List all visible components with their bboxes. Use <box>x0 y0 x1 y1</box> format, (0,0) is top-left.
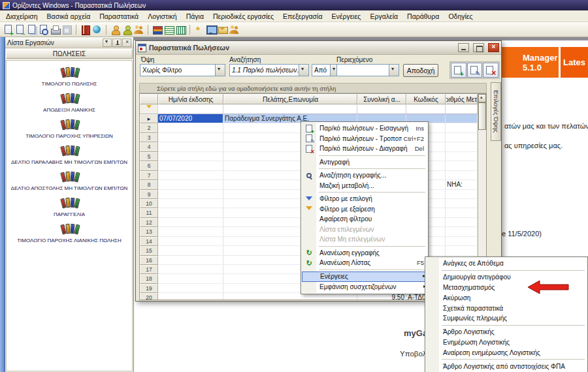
chevron-down-icon[interactable] <box>215 65 225 76</box>
view-options-tab[interactable]: Επιλογές Όψης <box>491 82 501 141</box>
header-total[interactable]: Συνολική α... <box>357 94 406 104</box>
cell-issue-date <box>158 190 223 199</box>
chevron-down-icon[interactable] <box>103 39 112 47</box>
scroll-thumb[interactable] <box>478 102 486 130</box>
search-field-select[interactable]: 1.1 Παρ/κό πωλήσεων.% Εκπ <box>229 64 309 76</box>
filter-cell[interactable] <box>406 104 446 114</box>
menu-periodic-tasks[interactable]: Περιοδικές εργασίες <box>208 11 278 22</box>
people-icon[interactable] <box>133 24 144 35</box>
printer-icon[interactable] <box>50 24 61 35</box>
header-client[interactable]: Πελάτης,Επωνυμία <box>223 94 357 104</box>
context-item-remove-filter[interactable]: Αφαίρεση φίλτρου <box>302 214 427 225</box>
menu-actions[interactable]: Ενέργειες <box>327 11 365 22</box>
close-icon[interactable] <box>122 39 131 47</box>
context-item-actions[interactable]: Ενέργειες <box>302 271 427 283</box>
content-input[interactable] <box>336 64 399 76</box>
person-icon[interactable] <box>110 24 121 35</box>
context-item-refresh-record[interactable]: Ανανέωση εγγραφής <box>302 248 427 258</box>
close-button[interactable] <box>488 43 499 52</box>
header-issue-date[interactable]: Ημ/νία έκδοσης <box>158 94 223 104</box>
menu-windows[interactable]: Παράθυρα <box>402 11 444 22</box>
insert-record-button[interactable] <box>451 63 466 78</box>
sidebar-item-delivery-note[interactable]: ΔΕΛΤΙΟ ΑΠΟΣΤΟΛΗΣ ΜΗ ΤΙΜΟΛ/ΓΩΝ ΕΜΠ/ΤΩΝ <box>7 167 132 193</box>
context-item-mass-change[interactable]: Μαζική μεταβολή... <box>302 181 427 191</box>
doc-search-icon[interactable] <box>38 24 49 35</box>
sidebar-item-retail-service-invoice[interactable]: ΤΙΜΟΛΟΓΙΟ ΠΑΡΟΧΗΣ ΛΙΑΝΙΚΗΣ ΠΩΛΗΣΗ <box>7 219 132 245</box>
menu-edit[interactable]: Επεξεργασία <box>278 11 327 22</box>
context-item-filter-excluding[interactable]: Φίλτρο με εξαίρεση <box>302 204 427 215</box>
sidebar-item-service-invoice[interactable]: ΤΙΜΟΛΟΓΙΟ ΠΑΡΟΧΗΣ ΥΠΗΡΕΣΙΩΝ <box>7 115 132 141</box>
groupby-bar[interactable]: Σύρετε μία στήλη εδώ για να ομαδοποιήσετ… <box>139 83 487 93</box>
cell-issue-date <box>158 142 223 151</box>
monitor-icon[interactable] <box>205 24 216 35</box>
filter-icon <box>306 196 312 204</box>
view-filter-select[interactable]: Χωρίς Φίλτρο <box>140 64 225 76</box>
submenu-item-stock-needs[interactable]: Ανάγκες σε Απόθεμα <box>426 258 587 269</box>
doc-copy-icon[interactable] <box>26 24 37 35</box>
green-table-icon[interactable] <box>163 24 174 35</box>
menu-help[interactable]: Οδηγίες <box>444 11 477 22</box>
filter-cell[interactable] <box>158 104 223 114</box>
submenu-item-accounting-article-vat[interactable]: Άρθρο Λογιστικής από αντιστοιχίσεις ΦΠΑ <box>426 361 587 371</box>
context-item-modify[interactable]: Παρ/κό πωλήσεων - Τροποποίηση Ctrl+F2 <box>302 134 427 144</box>
context-item-delete[interactable]: Παρ/κό πωλήσεων - Διαγραφή Del <box>302 144 427 154</box>
row-number: 5 <box>140 152 158 161</box>
save-icon[interactable] <box>61 24 73 35</box>
submenu-item-undo-accounting-update[interactable]: Αναίρεση ενημέρωσης Λογιστικής <box>426 347 587 358</box>
doc-plus-icon[interactable] <box>3 24 14 35</box>
grid-filter-row[interactable] <box>140 104 478 114</box>
green-grid-icon[interactable] <box>175 24 186 35</box>
maximize-button[interactable] <box>473 43 484 52</box>
submenu-item-accounting-update[interactable]: Ενημέρωση Λογιστικής <box>426 337 587 348</box>
accept-button[interactable]: Αποδοχή <box>403 64 438 77</box>
pin-icon[interactable] <box>112 39 122 47</box>
menu-master-files[interactable]: Βασικά αρχεία <box>42 11 95 22</box>
row-number: 18 <box>140 274 158 283</box>
filter-cell[interactable] <box>223 104 357 114</box>
chevron-down-icon[interactable] <box>299 65 308 76</box>
submenu-item-related-documents[interactable]: Σχετικά παραστατικά <box>426 303 587 313</box>
menu-tools[interactable]: Εργαλεία <box>365 11 402 22</box>
globe-icon[interactable] <box>91 24 103 35</box>
submenu-item-payment-agreements[interactable]: Συμφωνίες πληρωμής <box>426 313 587 324</box>
sidebar-item-order[interactable]: ΠΑΡΑΓΓΕΛΙΑ <box>7 193 132 219</box>
promo-banner: Manager 5.1.0 Lates <box>502 47 588 78</box>
doc-open-icon[interactable] <box>14 24 25 35</box>
header-doc-number[interactable]: Αριθμός Μετ... <box>446 94 478 104</box>
context-item-copy[interactable]: Αντιγραφή <box>302 157 427 168</box>
wand-icon[interactable] <box>193 24 204 35</box>
envelope-icon[interactable] <box>217 24 228 35</box>
context-item-search-record[interactable]: Αναζήτηση εγγραφής... <box>302 170 427 181</box>
documents-stack-icon <box>57 222 81 236</box>
sidebar-item-retail-receipt[interactable]: ΑΠΟΔΕΙΞΗ ΛΙΑΝΙΚΗΣ <box>7 89 132 115</box>
dialog-titlebar[interactable]: Παραστατικά Πωλήσεων <box>136 41 501 55</box>
context-item-refresh-list[interactable]: Ανανέωση Λίστας F5 <box>302 258 427 268</box>
edit-record-button[interactable] <box>467 63 483 78</box>
minimize-button[interactable] <box>458 43 469 52</box>
context-item-filter-by-selection[interactable]: Φίλτρο με επιλογή <box>302 194 427 204</box>
section-header-sales[interactable]: ΠΩΛΗΣΕΙΣ <box>6 49 133 59</box>
header-code[interactable]: Κωδικός <box>406 94 446 104</box>
menu-accounting[interactable]: Λογιστική <box>143 11 182 22</box>
banner-title-right: Lates <box>559 47 588 78</box>
sidebar-item-receipt-note[interactable]: ΔΕΛΤΙΟ ΠΑΡΑΛΑΒΗΣ ΜΗ ΤΙΜΟΛ/ΓΩΝ ΕΜΠ/ΤΩΝ <box>7 141 132 167</box>
person-plus-icon[interactable] <box>122 24 133 35</box>
menu-fixed-assets[interactable]: Πάγια <box>182 11 208 22</box>
scroll-up-icon[interactable] <box>478 94 486 102</box>
context-item-insert[interactable]: Παρ/κό πωλήσεων - Εισαγωγή Ins <box>302 123 427 134</box>
sidebar-item-sales-invoice[interactable]: ΤΙΜΟΛΟΓΙΟ ΠΩΛΗΣΗΣ <box>7 63 132 89</box>
color-stack-icon[interactable] <box>152 24 163 35</box>
people-group-icon[interactable] <box>229 24 240 35</box>
filter-cell[interactable] <box>357 104 406 114</box>
filter-cell[interactable] <box>446 104 478 114</box>
chevron-down-icon[interactable] <box>389 65 399 76</box>
context-item-show-related[interactable]: Εμφάνιση συσχετιζομένων <box>302 282 427 292</box>
icon-cell <box>302 249 316 256</box>
delete-record-button[interactable] <box>483 63 498 78</box>
menu-management[interactable]: Διαχείριση <box>1 11 42 22</box>
red-book-icon[interactable] <box>80 24 91 35</box>
row-number: 9 <box>140 190 158 199</box>
submenu-item-accounting-article[interactable]: Άρθρο Λογιστικής <box>426 327 587 337</box>
menu-documents[interactable]: Παραστατικά <box>95 11 143 22</box>
dock-strip[interactable] <box>0 37 5 372</box>
